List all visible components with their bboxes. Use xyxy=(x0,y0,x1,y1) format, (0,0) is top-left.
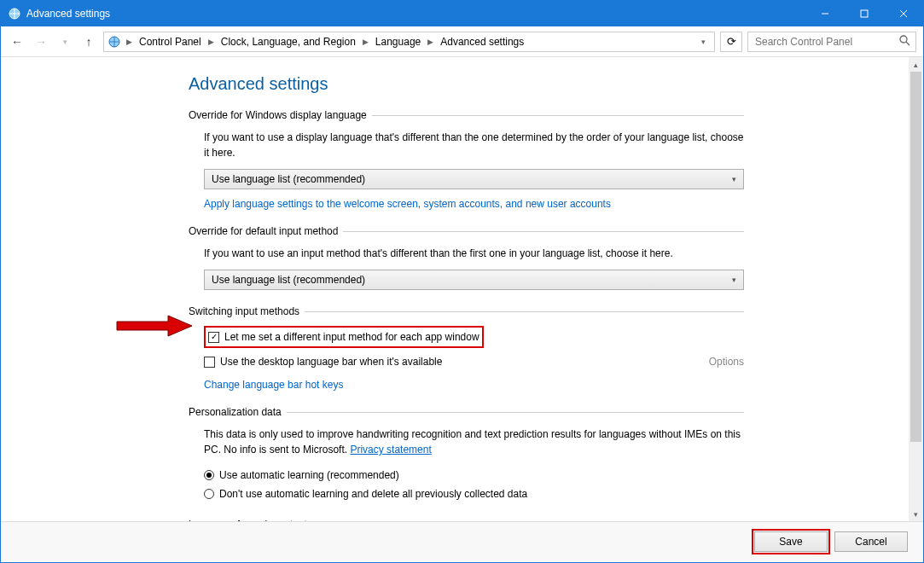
back-button[interactable]: ← xyxy=(8,32,26,51)
group-web-content: Language for web content xyxy=(189,519,744,521)
refresh-button[interactable]: ⟳ xyxy=(720,32,742,52)
checkbox-icon xyxy=(204,357,215,368)
chevron-right-icon[interactable]: ▶ xyxy=(426,38,435,46)
footer: Save Cancel xyxy=(1,521,923,560)
location-icon xyxy=(108,35,121,49)
group-switching-input: Switching input methods xyxy=(189,305,744,317)
radio-icon xyxy=(204,489,214,499)
svg-line-7 xyxy=(906,42,909,45)
radio-label: Use automatic learning (recommended) xyxy=(219,469,399,481)
svg-rect-2 xyxy=(861,10,868,17)
description-text: If you want to use an input method that'… xyxy=(204,246,744,261)
input-method-dropdown[interactable]: Use language list (recommended) ▾ xyxy=(204,270,744,290)
recent-dropdown-icon[interactable]: ▾ xyxy=(55,32,74,51)
group-display-language: Override for Windows display language xyxy=(189,109,744,121)
apply-welcome-link[interactable]: Apply language settings to the welcome s… xyxy=(204,198,744,210)
highlight-annotation: ✓ Let me set a different input method fo… xyxy=(204,326,484,348)
breadcrumb-item[interactable]: Clock, Language, and Region xyxy=(219,36,357,48)
search-icon[interactable] xyxy=(899,35,910,49)
main-content: Advanced settings Override for Windows d… xyxy=(1,57,923,521)
chevron-right-icon[interactable]: ▶ xyxy=(125,38,134,46)
description-text: If you want to use a display language th… xyxy=(204,130,744,160)
window-title: Advanced settings xyxy=(26,8,805,20)
privacy-link[interactable]: Privacy statement xyxy=(350,444,431,456)
chevron-down-icon[interactable]: ▾ xyxy=(696,38,711,46)
minimize-button[interactable] xyxy=(805,1,845,26)
scroll-up-icon[interactable]: ▴ xyxy=(909,57,923,72)
scrollbar-thumb[interactable] xyxy=(910,72,921,442)
group-label: Language for web content xyxy=(189,519,307,521)
page-title: Advanced settings xyxy=(189,74,744,94)
options-link[interactable]: Options xyxy=(709,356,744,368)
search-box[interactable] xyxy=(747,32,916,52)
radio-label: Don't use automatic learning and delete … xyxy=(219,488,527,500)
radio-auto-learning[interactable]: Use automatic learning (recommended) xyxy=(204,466,744,485)
breadcrumb-item[interactable]: Advanced settings xyxy=(439,36,526,48)
dropdown-value: Use language list (recommended) xyxy=(212,173,365,185)
radio-no-learning[interactable]: Don't use automatic learning and delete … xyxy=(204,485,744,503)
scrollbar[interactable]: ▴ ▾ xyxy=(909,57,923,521)
breadcrumb[interactable]: ▶ Control Panel ▶ Clock, Language, and R… xyxy=(103,32,715,52)
group-label: Switching input methods xyxy=(189,305,299,317)
breadcrumb-item[interactable]: Control Panel xyxy=(137,36,203,48)
dropdown-value: Use language list (recommended) xyxy=(212,274,365,286)
app-icon xyxy=(8,7,21,20)
up-button[interactable]: ↑ xyxy=(79,32,98,51)
chevron-right-icon[interactable]: ▶ xyxy=(361,38,370,46)
checkbox-label: Let me set a different input method for … xyxy=(224,331,479,343)
save-button[interactable]: Save xyxy=(754,531,828,552)
group-input-method: Override for default input method xyxy=(189,225,744,237)
description-text: This data is only used to improve handwr… xyxy=(204,427,744,457)
checkbox-per-app-input[interactable]: ✓ Let me set a different input method fo… xyxy=(208,328,479,345)
hotkeys-link[interactable]: Change language bar hot keys xyxy=(204,379,744,391)
chevron-down-icon: ▾ xyxy=(732,175,736,183)
group-personalization: Personalization data xyxy=(189,406,744,418)
chevron-down-icon: ▾ xyxy=(732,276,736,284)
svg-point-6 xyxy=(900,36,907,43)
scroll-down-icon[interactable]: ▾ xyxy=(909,507,923,521)
checkbox-language-bar[interactable]: Use the desktop language bar when it's a… xyxy=(204,353,442,370)
display-language-dropdown[interactable]: Use language list (recommended) ▾ xyxy=(204,169,744,189)
search-input[interactable] xyxy=(753,35,890,49)
group-label: Override for Windows display language xyxy=(189,109,367,121)
titlebar: Advanced settings xyxy=(1,1,923,26)
checkbox-icon: ✓ xyxy=(208,332,219,343)
radio-icon xyxy=(204,470,214,480)
cancel-button[interactable]: Cancel xyxy=(834,531,908,552)
breadcrumb-item[interactable]: Language xyxy=(374,36,422,48)
group-label: Personalization data xyxy=(189,406,282,418)
maximize-button[interactable] xyxy=(845,1,884,26)
group-label: Override for default input method xyxy=(189,225,338,237)
close-button[interactable] xyxy=(884,1,923,26)
checkbox-label: Use the desktop language bar when it's a… xyxy=(220,356,442,368)
forward-button[interactable]: → xyxy=(32,32,50,51)
chevron-right-icon[interactable]: ▶ xyxy=(206,38,216,46)
window-controls xyxy=(805,1,923,26)
navbar: ← → ▾ ↑ ▶ Control Panel ▶ Clock, Languag… xyxy=(1,26,923,57)
